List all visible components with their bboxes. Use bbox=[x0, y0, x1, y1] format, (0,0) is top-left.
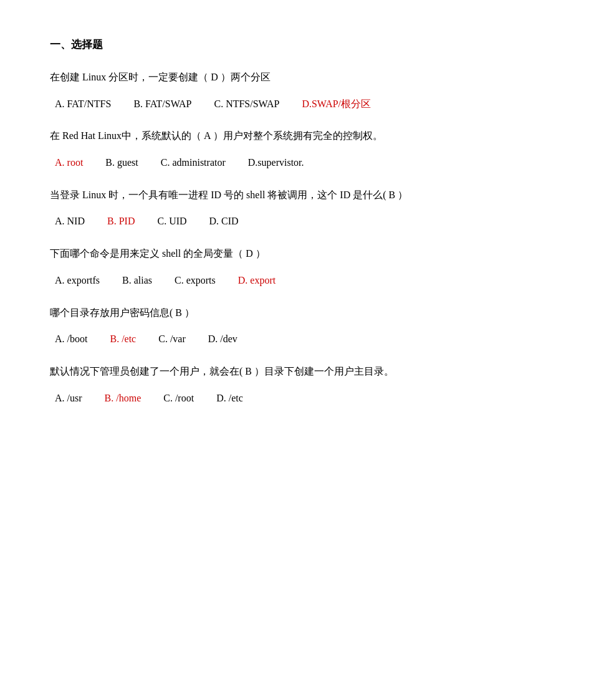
q1b: B. FAT/SWAP bbox=[133, 95, 191, 113]
question-text-5: 哪个目录存放用户密码信息( B ） bbox=[50, 305, 539, 321]
question-text-4: 下面哪个命令是用来定义 shell 的全局变量（ D ） bbox=[50, 246, 539, 262]
question-block-5: 哪个目录存放用户密码信息( B ）A. /bootB. /etcC. /varD… bbox=[50, 305, 539, 348]
q3a: A. NID bbox=[55, 213, 85, 231]
q6b: B. /home bbox=[105, 390, 141, 408]
options-row-2: A. rootB. guestC. administratorD.supervi… bbox=[50, 154, 539, 172]
q3d: D. CID bbox=[209, 213, 239, 231]
q5d: D. /dev bbox=[208, 330, 237, 348]
q5a: A. /boot bbox=[55, 330, 87, 348]
question-block-3: 当登录 Linux 时，一个具有唯一进程 ID 号的 shell 将被调用，这个… bbox=[50, 187, 539, 231]
q3c: C. UID bbox=[157, 213, 186, 231]
options-row-3: A. NIDB. PIDC. UIDD. CID bbox=[50, 213, 539, 231]
question-text-6: 默认情况下管理员创建了一个用户，就会在( B ）目录下创建一个用户主目录。 bbox=[50, 363, 539, 380]
q6c: C. /root bbox=[163, 390, 194, 408]
q4a: A. exportfs bbox=[55, 272, 100, 290]
q6d: D. /etc bbox=[216, 390, 243, 408]
section-title: 一、选择题 bbox=[50, 37, 539, 52]
question-text-3: 当登录 Linux 时，一个具有唯一进程 ID 号的 shell 将被调用，这个… bbox=[50, 187, 539, 203]
q2b: B. guest bbox=[105, 154, 138, 172]
options-row-5: A. /bootB. /etcC. /varD. /dev bbox=[50, 330, 539, 348]
options-row-6: A. /usrB. /homeC. /rootD. /etc bbox=[50, 390, 539, 408]
q2a: A. root bbox=[55, 154, 83, 172]
options-row-4: A. exportfsB. aliasC. exportsD. export bbox=[50, 272, 539, 290]
options-row-1: A. FAT/NTFSB. FAT/SWAPC. NTFS/SWAPD.SWAP… bbox=[50, 95, 539, 113]
question-text-1: 在创建 Linux 分区时，一定要创建（ D ）两个分区 bbox=[50, 69, 539, 85]
q6a: A. /usr bbox=[55, 390, 82, 408]
question-block-6: 默认情况下管理员创建了一个用户，就会在( B ）目录下创建一个用户主目录。A. … bbox=[50, 363, 539, 407]
questions-container: 在创建 Linux 分区时，一定要创建（ D ）两个分区A. FAT/NTFSB… bbox=[50, 69, 539, 407]
q4b: B. alias bbox=[122, 272, 152, 290]
question-block-2: 在 Red Hat Linux中，系统默认的（ A ）用户对整个系统拥有完全的控… bbox=[50, 128, 539, 171]
q5b: B. /etc bbox=[110, 330, 136, 348]
q5c: C. /var bbox=[158, 330, 186, 348]
question-block-4: 下面哪个命令是用来定义 shell 的全局变量（ D ）A. exportfsB… bbox=[50, 246, 539, 289]
q4c: C. exports bbox=[175, 272, 216, 290]
q3b: B. PID bbox=[107, 213, 135, 231]
q1c: C. NTFS/SWAP bbox=[214, 95, 279, 113]
q2c: C. administrator bbox=[161, 154, 226, 172]
q4d: D. export bbox=[238, 272, 275, 290]
question-text-2: 在 Red Hat Linux中，系统默认的（ A ）用户对整个系统拥有完全的控… bbox=[50, 128, 539, 144]
question-block-1: 在创建 Linux 分区时，一定要创建（ D ）两个分区A. FAT/NTFSB… bbox=[50, 69, 539, 113]
q1d: D.SWAP/根分区 bbox=[302, 95, 371, 113]
q2d: D.supervistor. bbox=[248, 154, 304, 172]
q1a: A. FAT/NTFS bbox=[55, 95, 111, 113]
